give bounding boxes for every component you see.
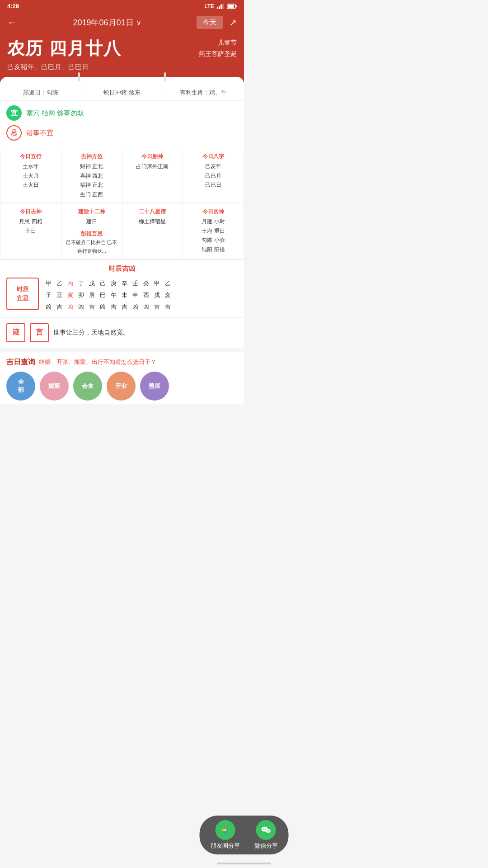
shichen-earthly-row: 子 丑 寅 卯 辰 巳 午 未 申 酉 戌 亥 — [44, 289, 238, 301]
shichen-stamp-text: 时辰宜忌 — [17, 285, 28, 302]
info-cell-2: 蛇日冲猪 煞东 — [81, 85, 163, 100]
detail-jishen-pos: 吉神方位 财神 正北 喜神 西北 福神 正北 生门 正西 — [61, 148, 122, 203]
drag-handle-left — [78, 72, 80, 81]
lunar-detail: 己亥猪年、己巳月、己巳日 — [7, 63, 122, 71]
signal-icon — [217, 4, 224, 9]
detail-xiongshen-title: 今日凶神 — [186, 207, 241, 216]
svg-rect-1 — [219, 6, 220, 9]
status-time: 4:29 — [7, 3, 19, 9]
detail-wuxing: 今日五行 土水年 土火月 土火日 — [0, 148, 61, 203]
info-cell-3: 有利生肖：鸡、牛 — [163, 85, 244, 100]
xiongshen-3: 勾陈 小会 — [186, 236, 241, 245]
detail-wuxing-line3: 土火日 — [3, 180, 58, 189]
detail-bazi: 今日八字 己亥年 己巳月 己巳日 — [183, 148, 244, 203]
shichen-fortune-row: 凶 吉 凶 凶 吉 凶 吉 吉 凶 凶 吉 吉 — [44, 301, 238, 313]
detail-taishen: 今日胎神 占门床外正南 — [122, 148, 183, 203]
header: ← 2019年06月01日 ∨ 今天 ↗ — [0, 12, 244, 33]
main-panel: 黑道日：勾陈 蛇日冲猪 煞东 有利生肖：鸡、牛 宜 塞穴 结网 馀事勿取 忌 诸… — [0, 77, 244, 348]
detail-taishen-value: 占门床外正南 — [125, 162, 180, 171]
ji-badge: 忌 — [6, 125, 22, 141]
svg-rect-3 — [222, 4, 224, 9]
jishen-shengmen: 生门 正西 — [64, 190, 119, 199]
jishen2-wang: 王日 — [3, 226, 58, 236]
detail-grid-row2: 今日吉神 月恩 四相 王日 建除十二神 建日 彭祖百忌 己不破券二比并亡 巳不远… — [0, 203, 244, 259]
yi-ji-section: 宜 塞穴 结网 馀事勿取 忌 诸事不宜 — [0, 101, 244, 148]
svg-rect-6 — [236, 5, 237, 7]
detail-jianchushen-title: 建除十二神 — [64, 207, 119, 216]
jishen-fushen: 福神 正北 — [64, 180, 119, 189]
shichen-section: 时辰吉凶 时辰宜忌 甲 乙 丙 丁 戊 己 庚 辛 壬 癸 甲 乙 — [0, 259, 244, 317]
ji-row: 忌 诸事不宜 — [6, 125, 238, 141]
hero-main: 农历 四月廿八 己亥猪年、己巳月、己巳日 — [7, 37, 122, 71]
jiri-btn-kaiyu[interactable]: 开业 — [107, 372, 136, 401]
header-actions: 今天 ↗ — [197, 16, 237, 29]
detail-grid-row1: 今日五行 土水年 土火月 土火日 吉神方位 财神 正北 喜神 西北 福神 正北 … — [0, 148, 244, 203]
detail-jishen-pos-title: 吉神方位 — [64, 152, 119, 161]
yi-badge: 宜 — [6, 105, 22, 121]
detail-xiongshen: 今日凶神 月建 小时 土府 重日 勾陈 小会 纯阳 阳错 — [183, 203, 244, 259]
ji-text: 诸事不宜 — [26, 129, 53, 137]
festival-1: 儿童节 — [199, 37, 237, 48]
shichen-stamp: 时辰宜忌 — [6, 278, 39, 310]
header-date: 2019年06月01日 — [73, 17, 133, 28]
jiri-btn-huiyou[interactable]: 会友 — [73, 372, 102, 401]
header-center: 2019年06月01日 ∨ — [73, 17, 141, 28]
shichen-content: 时辰宜忌 甲 乙 丙 丁 戊 己 庚 辛 壬 癸 甲 乙 — [6, 278, 238, 313]
shichen-title: 时辰吉凶 — [6, 264, 238, 273]
jiri-title-text: 吉日查询 — [6, 358, 35, 367]
lunar-title: 农历 四月廿八 — [7, 37, 122, 60]
battery-icon — [227, 4, 237, 9]
phrase-stamp-2: 言 — [30, 323, 49, 342]
pengzu-text: 己不破券二比并亡 巳不远行财物伏... — [64, 238, 119, 255]
28xiu-value: 柳土獐宿星 — [125, 217, 180, 226]
today-button[interactable]: 今天 — [197, 16, 223, 29]
detail-wuxing-title: 今日五行 — [3, 152, 58, 161]
status-bar: 4:29 LTE — [0, 0, 244, 12]
jianchushen-value: 建日 — [64, 217, 119, 226]
jiri-buttons: 全部 嫁聚 会友 开业 盖屋 — [6, 372, 238, 401]
phrase-text: 世事让三分，天地自然宽。 — [53, 329, 129, 337]
festival-2: 药王菩萨圣诞 — [199, 48, 237, 60]
svg-rect-2 — [221, 5, 222, 9]
detail-bazi-title: 今日八字 — [186, 152, 241, 161]
back-button[interactable]: ← — [7, 17, 17, 28]
jiri-btn-all[interactable]: 全部 — [6, 372, 35, 401]
bazi-year: 己亥年 — [186, 162, 241, 171]
xiongshen-1: 月建 小时 — [186, 217, 241, 226]
info-cell-1: 黑道日：勾陈 — [0, 85, 81, 100]
detail-wuxing-line1: 土水年 — [3, 162, 58, 171]
pengzu-title: 彭祖百忌 — [64, 229, 119, 238]
jiri-subtitle: 结婚、开张、搬家、出行不知道怎么选日子？ — [39, 358, 156, 366]
shichen-heavenly-row: 甲 乙 丙 丁 戊 己 庚 辛 壬 癸 甲 乙 — [44, 278, 238, 289]
jiri-btn-jiaju[interactable]: 嫁聚 — [40, 372, 69, 401]
xiongshen-2: 土府 重日 — [186, 226, 241, 236]
xiongshen-4: 纯阳 阳错 — [186, 245, 241, 254]
phrase-section: 箴 言 世事让三分，天地自然宽。 — [0, 317, 244, 348]
yi-text: 塞穴 结网 馀事勿取 — [26, 109, 84, 118]
detail-jishen2: 今日吉神 月恩 四相 王日 — [0, 203, 61, 259]
share-icon[interactable]: ↗ — [229, 17, 237, 28]
jishen-caisheng: 财神 正北 — [64, 162, 119, 171]
status-right: LTE — [204, 3, 237, 9]
detail-jishen2-title: 今日吉神 — [3, 207, 58, 216]
svg-rect-5 — [228, 5, 234, 8]
detail-28xiu-title: 二十八星宿 — [125, 207, 180, 216]
chevron-down-icon[interactable]: ∨ — [136, 19, 141, 26]
drag-handles — [0, 72, 244, 81]
yi-row: 宜 塞穴 结网 馀事勿取 — [6, 105, 238, 121]
detail-taishen-title: 今日胎神 — [125, 152, 180, 161]
detail-wuxing-line2: 土火月 — [3, 171, 58, 180]
jiri-section: 吉日查询 结婚、开张、搬家、出行不知道怎么选日子？ 全部 嫁聚 会友 开业 盖屋 — [0, 352, 244, 404]
shichen-table: 甲 乙 丙 丁 戊 己 庚 辛 壬 癸 甲 乙 子 丑 寅 卯 — [44, 278, 238, 313]
drag-handle-right — [164, 72, 166, 81]
status-signal: LTE — [204, 3, 214, 9]
jiri-title: 吉日查询 结婚、开张、搬家、出行不知道怎么选日子？ — [6, 358, 238, 367]
hero-festivals: 儿童节 药王菩萨圣诞 — [199, 37, 237, 60]
detail-28xiu: 二十八星宿 柳土獐宿星 — [122, 203, 183, 259]
bazi-month: 己巳月 — [186, 171, 241, 180]
jiri-btn-gaiwu[interactable]: 盖屋 — [140, 372, 169, 401]
jishen2-yue: 月恩 四相 — [3, 217, 58, 226]
svg-rect-0 — [217, 7, 218, 9]
jishen-xishen: 喜神 西北 — [64, 171, 119, 180]
bazi-day: 己巳日 — [186, 180, 241, 189]
